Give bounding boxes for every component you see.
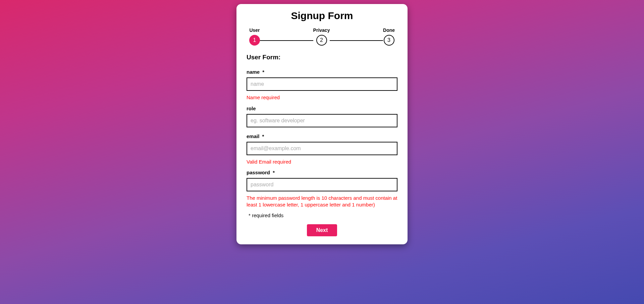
password-label: password * <box>247 170 397 175</box>
step-label: Privacy <box>313 27 330 33</box>
email-error: Valid Email required <box>247 159 397 165</box>
step-privacy: Privacy 2 <box>313 27 330 46</box>
role-label: role <box>247 106 397 111</box>
signup-card: Signup Form User 1 Privacy 2 Done 3 User… <box>236 4 408 244</box>
step-circle: 3 <box>384 35 394 46</box>
password-error: The minimum password length is 10 charac… <box>247 195 397 208</box>
field-email: email * Valid Email required <box>247 133 397 165</box>
name-input[interactable] <box>247 77 397 91</box>
button-row: Next <box>247 224 397 236</box>
step-connector <box>260 40 313 41</box>
label-text: password <box>247 170 270 175</box>
field-name: name * Name required <box>247 69 397 101</box>
name-error: Name required <box>247 94 397 101</box>
page-title: Signup Form <box>247 10 397 21</box>
step-connector <box>330 40 383 41</box>
label-text: name <box>247 69 260 75</box>
email-input[interactable] <box>247 142 397 155</box>
step-done: Done 3 <box>383 27 395 46</box>
field-password: password * The minimum password length i… <box>247 170 397 208</box>
step-circle: 1 <box>249 35 260 46</box>
role-input[interactable] <box>247 114 397 127</box>
next-button[interactable]: Next <box>307 224 337 236</box>
stepper: User 1 Privacy 2 Done 3 <box>247 27 397 46</box>
required-mark: * <box>262 133 264 139</box>
label-text: email <box>247 133 259 139</box>
label-text: role <box>247 106 256 111</box>
required-footnote: * required fields <box>249 212 397 218</box>
required-mark: * <box>262 69 264 75</box>
section-heading: User Form: <box>247 54 397 61</box>
password-input[interactable] <box>247 178 397 191</box>
name-label: name * <box>247 69 397 75</box>
step-user: User 1 <box>249 27 260 46</box>
required-mark: * <box>273 170 275 175</box>
step-label: User <box>249 27 260 33</box>
field-role: role <box>247 106 397 127</box>
email-label: email * <box>247 133 397 139</box>
step-label: Done <box>383 27 395 33</box>
step-circle: 2 <box>316 35 327 46</box>
